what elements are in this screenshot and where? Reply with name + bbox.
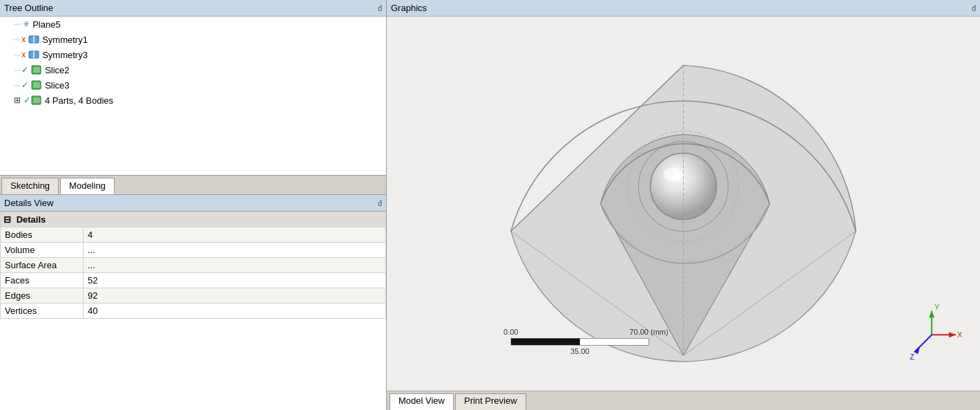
- plane-icon: ✳: [23, 19, 30, 29]
- list-item[interactable]: ··· ✓ Slice3: [0, 77, 386, 93]
- row-value: 92: [84, 288, 386, 304]
- table-section-header: ⊟ Details: [1, 212, 386, 227]
- details-view-pin[interactable]: đ: [378, 199, 382, 207]
- list-item[interactable]: ··· x Symmetry3: [0, 47, 386, 62]
- expand-icon[interactable]: ⊞: [14, 95, 21, 105]
- svg-text:35.00: 35.00: [570, 347, 589, 355]
- svg-text:Y: Y: [934, 303, 940, 311]
- tree-item-label: Symmetry1: [42, 35, 88, 45]
- tree-item-label: Symmetry3: [42, 50, 88, 60]
- svg-rect-7: [33, 82, 40, 88]
- list-item[interactable]: ··· ✓ Slice2: [0, 62, 386, 77]
- slice-icon: [31, 65, 42, 75]
- symmetry-icon: [28, 35, 39, 45]
- row-key: Edges: [1, 288, 84, 304]
- svg-rect-9: [33, 97, 40, 103]
- row-key: Volume: [1, 243, 84, 258]
- tree-outline-pin[interactable]: đ: [378, 4, 382, 12]
- list-item[interactable]: ··· x Symmetry1: [0, 32, 386, 47]
- x-icon: x: [21, 35, 26, 44]
- tab-model-view[interactable]: Model View: [390, 393, 454, 410]
- graphics-body[interactable]: 0.00 70.00 (mm) 35.00 Y X Z: [387, 17, 980, 391]
- right-panel: Graphics đ: [387, 0, 980, 410]
- graphics-svg: 0.00 70.00 (mm) 35.00 Y X Z: [387, 17, 980, 391]
- row-key: Bodies: [1, 227, 84, 243]
- svg-text:70.00 (mm): 70.00 (mm): [630, 328, 669, 336]
- tab-row: Sketching Modeling: [0, 176, 386, 195]
- check-icon: ✓: [23, 95, 30, 105]
- details-view-title: Details View: [4, 198, 53, 208]
- tree-item-label: 4 Parts, 4 Bodies: [45, 95, 113, 106]
- svg-text:Z: Z: [910, 353, 914, 361]
- x-icon: x: [21, 50, 26, 59]
- row-value: ...: [84, 258, 386, 273]
- table-row: Bodies 4: [1, 227, 386, 243]
- parts-icon: [31, 95, 42, 106]
- svg-text:X: X: [957, 330, 963, 339]
- row-value: 52: [84, 273, 386, 288]
- check-icon: ✓: [21, 80, 28, 90]
- list-item[interactable]: ⊞ ✓ 4 Parts, 4 Bodies: [0, 93, 386, 108]
- tab-print-preview[interactable]: Print Preview: [455, 393, 526, 410]
- symmetry-icon: [28, 50, 39, 60]
- svg-rect-19: [511, 338, 580, 345]
- svg-rect-5: [33, 67, 40, 73]
- svg-rect-20: [580, 338, 649, 345]
- details-table: ⊟ Details Bodies 4 Volume ... Surface Ar…: [0, 212, 386, 319]
- section-label: ⊟ Details: [1, 212, 386, 227]
- details-view-body: ⊟ Details Bodies 4 Volume ... Surface Ar…: [0, 212, 386, 410]
- tree-outline-body[interactable]: ··· ✳ Plane5 ··· x Symmetry1 ··· x: [0, 17, 386, 176]
- collapse-icon[interactable]: ⊟: [3, 214, 11, 225]
- graphics-pin[interactable]: đ: [972, 4, 976, 12]
- table-row: Edges 92: [1, 288, 386, 304]
- row-value: 40: [84, 304, 386, 319]
- table-row: Faces 52: [1, 273, 386, 288]
- row-value: 4: [84, 227, 386, 243]
- tab-modeling[interactable]: Modeling: [60, 178, 115, 194]
- tree-item-label: Slice2: [45, 65, 69, 75]
- graphics-title: Graphics: [391, 3, 427, 13]
- row-key: Faces: [1, 273, 84, 288]
- tree-item-label: Plane5: [32, 19, 60, 30]
- table-row: Vertices 40: [1, 304, 386, 319]
- table-row: Volume ...: [1, 243, 386, 258]
- graphics-header: Graphics đ: [387, 0, 980, 17]
- tree-outline-title: Tree Outline: [4, 3, 53, 13]
- list-item[interactable]: ··· ✳ Plane5: [0, 17, 386, 32]
- svg-point-12: [664, 168, 683, 182]
- details-view-header: Details View đ: [0, 195, 386, 212]
- check-icon: ✓: [21, 65, 28, 75]
- tab-sketching[interactable]: Sketching: [1, 178, 59, 194]
- row-key: Vertices: [1, 304, 84, 319]
- bottom-tab-row: Model View Print Preview: [387, 391, 980, 410]
- row-key: Surface Area: [1, 258, 84, 273]
- svg-text:0.00: 0.00: [503, 328, 518, 336]
- slice-icon: [31, 80, 42, 91]
- tree-outline-header: Tree Outline đ: [0, 0, 386, 17]
- table-row: Surface Area ...: [1, 258, 386, 273]
- row-value: ...: [84, 243, 386, 258]
- left-panel: Tree Outline đ ··· ✳ Plane5 ··· x Symmet…: [0, 0, 387, 410]
- tree-item-label: Slice3: [45, 80, 69, 91]
